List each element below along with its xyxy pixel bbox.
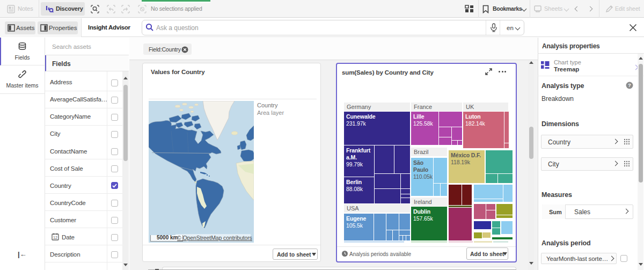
svg-text:?: ? <box>628 82 631 88</box>
svg-text:12: 12 <box>53 236 57 239</box>
